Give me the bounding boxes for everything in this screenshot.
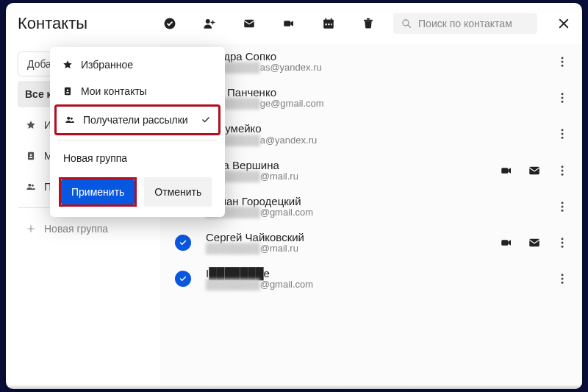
svg-rect-6: [326, 18, 327, 21]
svg-rect-3: [284, 21, 290, 26]
video-icon[interactable]: [500, 164, 513, 177]
new-group-button[interactable]: Новая группа: [18, 215, 151, 242]
svg-rect-9: [328, 24, 329, 25]
popup-item-mycontacts[interactable]: Мои контакты: [54, 78, 220, 104]
svg-point-17: [28, 184, 31, 187]
contact-row[interactable]: Сергей Чайковский████████@mail.ru: [160, 225, 582, 261]
svg-point-22: [562, 93, 564, 96]
svg-point-21: [562, 65, 564, 67]
row-actions: [556, 272, 569, 285]
svg-rect-2: [244, 20, 254, 28]
row-actions: [556, 200, 569, 213]
svg-point-30: [562, 165, 564, 168]
row-actions: [556, 127, 569, 140]
row-actions: [500, 164, 569, 177]
checkcircle-icon[interactable]: [162, 16, 177, 31]
svg-rect-36: [501, 240, 508, 246]
svg-point-32: [562, 173, 564, 175]
svg-point-34: [562, 205, 564, 207]
apply-button[interactable]: Применить: [61, 179, 135, 204]
contact-name: I███████e: [206, 267, 313, 279]
svg-rect-7: [331, 18, 332, 21]
svg-point-16: [30, 154, 32, 157]
page-title: Контакты: [18, 14, 87, 33]
svg-point-35: [562, 210, 564, 212]
svg-point-42: [562, 278, 564, 280]
new-group-label: Новая группа: [44, 223, 108, 235]
calendar-icon[interactable]: [321, 16, 336, 31]
row-checkbox[interactable]: [175, 271, 191, 287]
svg-point-33: [562, 202, 564, 204]
svg-point-18: [32, 185, 34, 187]
search-input[interactable]: Поиск по контактам: [393, 13, 537, 34]
svg-point-24: [562, 101, 564, 103]
more-icon[interactable]: [556, 272, 569, 285]
more-icon[interactable]: [556, 200, 569, 213]
check-icon: [201, 115, 211, 125]
svg-point-38: [562, 238, 564, 240]
mail-icon[interactable]: [528, 236, 541, 249]
svg-rect-29: [529, 166, 539, 174]
cancel-button[interactable]: Отменить: [144, 177, 212, 207]
svg-point-40: [562, 246, 564, 248]
more-icon[interactable]: [556, 55, 569, 68]
more-icon[interactable]: [556, 164, 569, 177]
contact-info: Сергей Чайковский████████@mail.ru: [206, 231, 304, 254]
search-icon: [401, 18, 412, 29]
contact-info: I███████e████████@gmail.com: [206, 267, 313, 291]
close-icon[interactable]: [556, 16, 570, 31]
popup-divider: [57, 140, 218, 140]
row-checkbox[interactable]: [175, 235, 191, 251]
svg-rect-5: [323, 20, 334, 22]
more-icon[interactable]: [556, 236, 569, 249]
popup-new-group[interactable]: Новая группа: [54, 145, 220, 171]
search-placeholder: Поиск по контактам: [418, 18, 512, 29]
people-icon: [25, 181, 37, 193]
popup-item-label: Получатели рассылки: [83, 114, 188, 126]
svg-point-20: [562, 61, 564, 63]
contact-name: Сергей Чайковский: [206, 231, 304, 243]
svg-point-19: [562, 57, 564, 59]
popup-item-favorites[interactable]: Избранное: [54, 51, 220, 78]
apply-highlight: Применить: [59, 177, 137, 207]
people-icon: [64, 114, 76, 126]
svg-point-23: [562, 97, 564, 99]
popup-item-recipients[interactable]: Получатели рассылки: [54, 104, 220, 135]
video-icon[interactable]: [500, 236, 513, 249]
group-popup: Избранное Мои контакты Получатели рассыл…: [50, 47, 225, 217]
contact-email: ████████@gmail.com: [206, 279, 313, 291]
svg-point-45: [67, 90, 69, 92]
book-icon: [25, 150, 37, 162]
adduser-icon[interactable]: [202, 16, 217, 31]
row-actions: [556, 91, 569, 104]
svg-rect-11: [364, 20, 373, 21]
svg-point-41: [562, 274, 564, 276]
svg-point-26: [562, 133, 564, 135]
svg-rect-10: [331, 24, 332, 25]
svg-line-14: [408, 25, 410, 27]
contacts-window: Контакты: [6, 3, 582, 389]
contact-row[interactable]: I███████e████████@gmail.com: [160, 261, 582, 297]
book-icon: [62, 85, 74, 97]
svg-point-1: [206, 19, 210, 24]
more-icon[interactable]: [556, 91, 569, 104]
mail-icon[interactable]: [242, 16, 257, 31]
mail-icon[interactable]: [528, 164, 541, 177]
video-icon[interactable]: [282, 16, 296, 31]
svg-point-31: [562, 169, 564, 171]
trash-icon[interactable]: [361, 16, 376, 31]
svg-rect-8: [326, 24, 327, 25]
svg-point-47: [71, 118, 73, 120]
toolbar: [162, 16, 376, 31]
bottom-shadow: [6, 385, 582, 389]
svg-rect-37: [529, 239, 539, 247]
svg-point-39: [562, 242, 564, 244]
header: Контакты: [6, 3, 582, 44]
more-icon[interactable]: [556, 127, 569, 140]
popup-item-label: Мои контакты: [81, 85, 147, 97]
svg-point-43: [562, 282, 564, 284]
contact-email: ████████@mail.ru: [206, 243, 304, 254]
row-actions: [500, 236, 569, 249]
svg-rect-28: [501, 168, 508, 174]
svg-point-27: [562, 137, 564, 139]
